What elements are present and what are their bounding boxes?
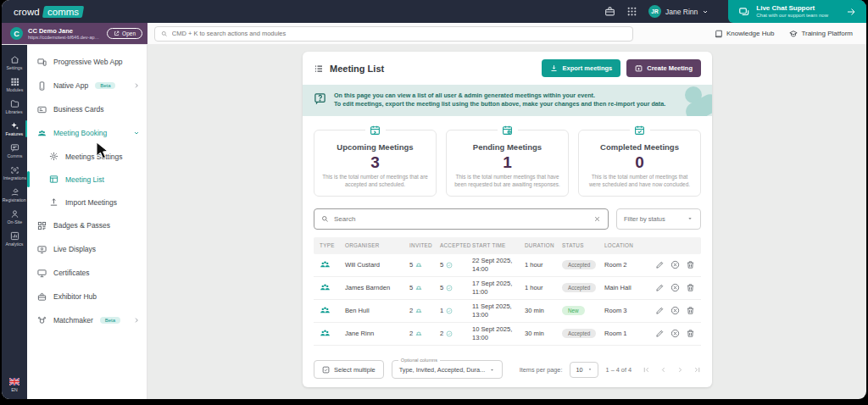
delete-icon[interactable]	[686, 260, 695, 269]
delete-icon[interactable]	[686, 283, 695, 292]
check-circle-icon	[446, 308, 453, 314]
filter-by-status-select[interactable]: Filter by status	[616, 208, 701, 230]
organiser: Will Custard	[345, 261, 409, 269]
sidebar-item-meeting-list[interactable]: Meeting List	[27, 168, 147, 191]
onsite-icon	[10, 209, 19, 219]
check-circle-icon	[446, 330, 453, 337]
check-circle-icon	[446, 285, 453, 291]
open-app-button[interactable]: Open	[107, 28, 142, 39]
apps-grid-icon[interactable]	[626, 6, 637, 17]
rail-item-integrations[interactable]: Integrations	[2, 162, 27, 184]
stat-value: 0	[586, 153, 693, 172]
cancel-icon[interactable]	[670, 283, 680, 292]
sidebar-item-progressive-web-app[interactable]: Progressive Web App	[27, 50, 147, 74]
live-chat-support[interactable]: Live Chat Support Chat with our support …	[728, 0, 866, 23]
stat-pending-meetings: Pending Meetings 1 This is the total num…	[446, 130, 569, 197]
edit-icon[interactable]	[655, 306, 665, 315]
logo-text-left: crowd	[14, 7, 40, 17]
items-per-page-select[interactable]: 10	[570, 362, 598, 378]
table-search[interactable]	[314, 208, 609, 230]
edit-icon[interactable]	[655, 329, 665, 338]
search-icon	[161, 31, 168, 37]
status-badge: New	[562, 306, 585, 315]
table-row[interactable]: Will Custard 5 5 22 Sept 2025,14:00 1 ho…	[314, 254, 701, 277]
create-meeting-button[interactable]: Create Meeting	[626, 59, 701, 77]
stat-value: 1	[453, 153, 561, 172]
delete-icon[interactable]	[686, 329, 695, 338]
rail-item-registration[interactable]: Registration	[2, 184, 27, 206]
clear-search-icon[interactable]	[593, 215, 601, 223]
sidebar-item-exhibitor-hub[interactable]: Exhibitor Hub	[27, 285, 147, 308]
optional-columns-label: Optional columns	[398, 358, 440, 363]
status-badge: Accepted	[562, 260, 596, 269]
cancel-icon[interactable]	[670, 329, 680, 338]
select-multiple-button[interactable]: Select multiple	[314, 360, 384, 379]
meeting-type-icon	[320, 328, 331, 339]
book-icon	[715, 30, 723, 38]
sidebar-item-business-cards[interactable]: Business Cards	[27, 97, 147, 121]
gear-icon	[49, 152, 58, 161]
user-name: Jane Rinn	[665, 8, 698, 16]
user-menu[interactable]: JR Jane Rinn	[648, 5, 709, 18]
sidebar-item-meetings-settings[interactable]: Meetings Settings	[27, 145, 147, 168]
cancel-icon[interactable]	[670, 260, 680, 269]
edit-icon[interactable]	[655, 283, 665, 292]
knowledge-hub-link[interactable]: Knowledge Hub	[715, 30, 774, 38]
import-icon	[49, 197, 58, 207]
language-label: EN	[11, 387, 18, 392]
cancel-icon[interactable]	[670, 306, 680, 315]
crowdcomms-logo: crowd comms	[14, 6, 83, 18]
invited-icon	[415, 262, 422, 269]
active-indicator	[27, 171, 30, 187]
business-card-icon	[37, 105, 47, 114]
sidebar-item-matchmaker[interactable]: Matchmaker Beta	[27, 308, 147, 332]
edit-icon[interactable]	[655, 260, 665, 269]
language-switcher[interactable]: EN	[9, 378, 19, 392]
training-platform-link[interactable]: Training Platform	[789, 30, 853, 38]
command-search[interactable]	[154, 26, 633, 42]
table-row[interactable]: James Barnden 5 5 17 Sept 2025,11:00 1 h…	[314, 277, 701, 300]
calendar-pending-icon	[498, 120, 518, 141]
rail-item-settings[interactable]: Settings	[2, 52, 27, 74]
sidebar-item-certificates[interactable]: Certificates	[27, 261, 147, 285]
event-app-block[interactable]: C CC Demo Jane https://ccdemotest-bf646.…	[2, 23, 147, 44]
live-chat-title: Live Chat Support	[756, 4, 828, 13]
rail-item-features[interactable]: Features	[2, 118, 27, 140]
rail-item-comms[interactable]: Comms	[2, 140, 27, 162]
icon-rail: Settings Modules Libraries Features Comm…	[2, 45, 27, 399]
delete-icon[interactable]	[686, 306, 695, 315]
rail-item-libraries[interactable]: Libraries	[2, 96, 27, 118]
last-page-icon[interactable]	[693, 366, 701, 374]
command-search-input[interactable]	[172, 30, 626, 37]
sidebar-item-live-displays[interactable]: Live Displays	[27, 237, 147, 261]
location: Room 2	[604, 261, 650, 269]
duration: 1 hour	[525, 284, 562, 291]
table-row[interactable]: Jane Rinn 2 2 10 Sept 2025,13:00 30 min …	[314, 323, 701, 346]
settings-icon	[10, 55, 19, 64]
chevron-down-icon	[133, 130, 140, 136]
dropdown-arrow-icon	[687, 215, 693, 222]
stat-cards: Upcoming Meetings 3 This is the total nu…	[303, 116, 712, 205]
accepted-count: 2	[440, 330, 472, 337]
sidebar-item-import-meetings[interactable]: Import Meetings	[27, 191, 147, 214]
first-page-icon[interactable]	[643, 366, 650, 374]
sidebar-item-badges-passes[interactable]: Badges & Passes	[27, 214, 147, 237]
previous-page-icon[interactable]	[659, 366, 667, 374]
export-meetings-button[interactable]: Export meetings	[542, 59, 620, 77]
briefcase-icon[interactable]	[604, 6, 615, 17]
rail-item-analytics[interactable]: Analytics	[2, 228, 27, 250]
sidebar-item-native-app[interactable]: Native App Beta	[27, 74, 147, 97]
stat-value: 3	[321, 153, 429, 172]
download-icon	[550, 64, 558, 72]
app-window: crowd comms JR Jane Rinn Live Chat Suppo…	[2, 0, 866, 399]
optional-columns-select[interactable]: Optional columns Type, Invited, Accepted…	[392, 360, 503, 379]
rail-item-onsite[interactable]: On-Site	[2, 206, 27, 228]
next-page-icon[interactable]	[676, 366, 684, 374]
rail-item-modules[interactable]: Modules	[2, 74, 27, 96]
sidebar-item-meeting-booking[interactable]: Meeting Booking	[27, 121, 147, 145]
stat-upcoming-meetings: Upcoming Meetings 3 This is the total nu…	[314, 130, 437, 197]
exhibitor-briefcase-icon	[37, 292, 47, 302]
status-badge: Accepted	[562, 283, 596, 292]
table-row[interactable]: Ben Hull 2 1 11 Sept 2025,13:00 30 min N…	[314, 300, 701, 323]
table-search-input[interactable]	[334, 215, 588, 223]
